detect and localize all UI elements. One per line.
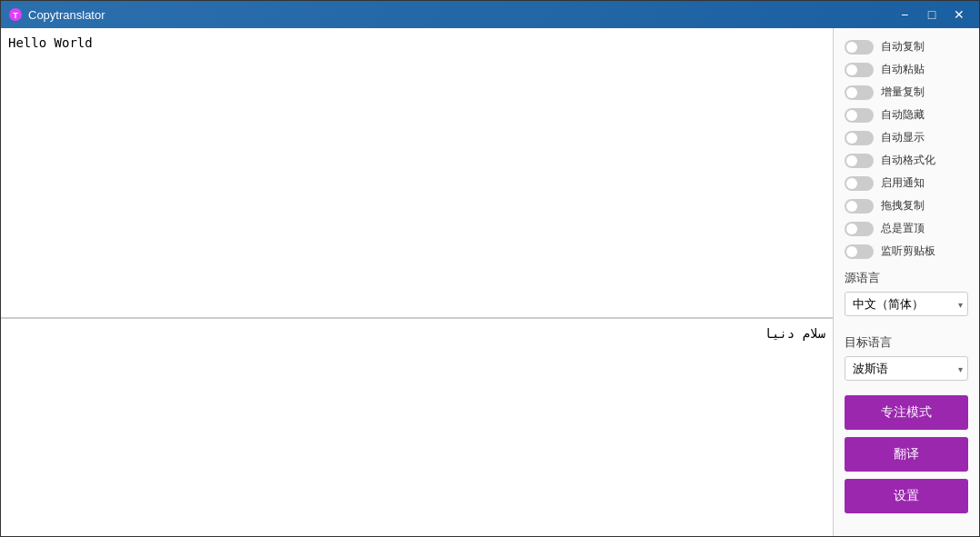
focus-mode-button[interactable]: 专注模式 (845, 395, 968, 430)
toggle-row-0: 自动复制 (834, 35, 979, 58)
app-window: T Copytranslator − □ ✕ KK下载 www.kkx.net (0, 0, 980, 537)
toggle-label-2: 增量复制 (881, 85, 925, 100)
window-body: KK下载 www.kkx.net 自动复制自动粘贴增量复制自动隐藏自动显示自动格… (1, 28, 979, 536)
toggle-row-6: 启用通知 (834, 172, 979, 194)
toggle-4[interactable] (845, 131, 874, 145)
toggle-label-0: 自动复制 (881, 39, 925, 55)
main-content: KK下载 www.kkx.net (1, 28, 834, 536)
toggle-label-7: 拖拽复制 (881, 198, 925, 214)
toggles-section: 自动复制自动粘贴增量复制自动隐藏自动显示自动格式化启用通知拖拽复制总是置顶监听剪… (834, 35, 979, 263)
toggle-label-8: 总是置顶 (881, 221, 925, 236)
toggle-7[interactable] (845, 199, 874, 214)
toggle-row-1: 自动粘贴 (834, 58, 979, 81)
source-language-label: 源语言 (845, 270, 968, 286)
toggle-row-9: 监听剪贴板 (834, 240, 979, 263)
toggle-label-3: 自动隐藏 (881, 107, 925, 123)
svg-text:T: T (13, 11, 18, 20)
toggle-2[interactable] (845, 85, 874, 100)
title-bar-text: Copytranslator (28, 8, 892, 22)
toggle-label-5: 自动格式化 (881, 153, 935, 168)
source-textarea[interactable] (1, 28, 833, 318)
source-language-wrapper: 自动检测中文（简体）中文（繁体）英语日语韩语法语德语俄语西班牙语波斯语阿拉伯语 … (845, 292, 968, 316)
toggle-5[interactable] (845, 154, 874, 168)
translation-textarea[interactable] (1, 319, 833, 536)
target-language-wrapper: 英语中文（简体）中文（繁体）日语韩语法语德语俄语西班牙语波斯语阿拉伯语 ▾ (845, 356, 968, 381)
toggle-label-4: 自动显示 (881, 130, 925, 145)
toggle-label-1: 自动粘贴 (881, 62, 925, 77)
sidebar: 自动复制自动粘贴增量复制自动隐藏自动显示自动格式化启用通知拖拽复制总是置顶监听剪… (834, 28, 979, 536)
toggle-0[interactable] (845, 40, 874, 55)
maximize-button[interactable]: □ (919, 5, 945, 25)
target-language-label: 目标语言 (845, 334, 968, 351)
source-text-container: KK下载 www.kkx.net (1, 28, 833, 318)
toggle-row-2: 增量复制 (834, 81, 979, 104)
toggle-6[interactable] (845, 176, 874, 191)
window-controls: − □ ✕ (892, 5, 972, 25)
toggle-row-4: 自动显示 (834, 126, 979, 149)
toggle-row-5: 自动格式化 (834, 149, 979, 172)
minimize-button[interactable]: − (892, 5, 917, 25)
translation-container (1, 318, 833, 536)
source-language-section: 源语言 自动检测中文（简体）中文（繁体）英语日语韩语法语德语俄语西班牙语波斯语阿… (834, 263, 979, 327)
toggle-row-7: 拖拽复制 (834, 194, 979, 217)
toggle-9[interactable] (845, 244, 874, 259)
toggle-row-8: 总是置顶 (834, 217, 979, 240)
toggle-label-9: 监听剪贴板 (881, 244, 935, 259)
toggle-8[interactable] (845, 222, 874, 236)
toggle-3[interactable] (845, 108, 874, 123)
app-icon: T (8, 7, 23, 22)
close-button[interactable]: ✕ (946, 5, 972, 25)
target-language-section: 目标语言 英语中文（简体）中文（繁体）日语韩语法语德语俄语西班牙语波斯语阿拉伯语… (834, 327, 979, 392)
source-language-select[interactable]: 自动检测中文（简体）中文（繁体）英语日语韩语法语德语俄语西班牙语波斯语阿拉伯语 (845, 292, 968, 316)
toggle-label-6: 启用通知 (881, 175, 925, 191)
toggle-row-3: 自动隐藏 (834, 104, 979, 126)
title-bar: T Copytranslator − □ ✕ (1, 1, 979, 28)
settings-button[interactable]: 设置 (845, 479, 968, 513)
target-language-select[interactable]: 英语中文（简体）中文（繁体）日语韩语法语德语俄语西班牙语波斯语阿拉伯语 (845, 356, 968, 381)
toggle-1[interactable] (845, 63, 874, 77)
translate-button[interactable]: 翻译 (845, 437, 968, 472)
